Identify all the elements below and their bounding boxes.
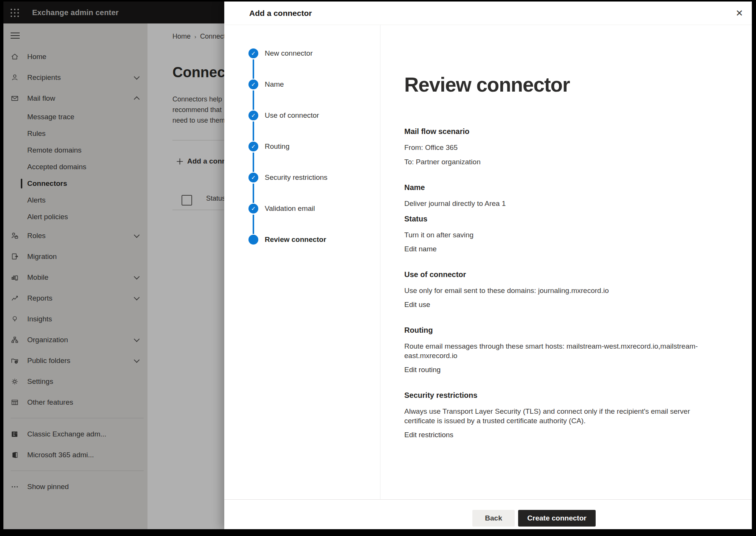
step-label: Security restrictions: [265, 173, 328, 182]
edit-use-link[interactable]: Edit use: [404, 300, 430, 309]
section-heading: Security restrictions: [404, 391, 725, 400]
review-heading: Review connector: [404, 73, 725, 97]
review-panel: Review connector Mail flow scenarioFrom:…: [380, 25, 752, 500]
step-done-check-icon: ✓: [248, 173, 258, 182]
create-connector-button[interactable]: Create connector: [518, 510, 596, 527]
review-section-routing: RoutingRoute email messages through thes…: [404, 326, 725, 374]
step-item-new-connector[interactable]: ✓New connector: [224, 38, 380, 69]
section-text: Always use Transport Layer Security (TLS…: [404, 407, 709, 425]
step-done-check-icon: ✓: [248, 111, 258, 120]
step-item-routing[interactable]: ✓Routing: [224, 131, 380, 162]
step-label: Routing: [265, 142, 290, 151]
section-heading: Name: [404, 183, 725, 192]
section-text: Deliver journal directly to Area 1: [404, 199, 709, 208]
section-heading: Use of connector: [404, 270, 725, 279]
dialog-header: Add a connector ✕: [224, 2, 752, 25]
step-done-check-icon: ✓: [248, 48, 258, 58]
review-section-mail-flow-scenario: Mail flow scenarioFrom: Office 365To: Pa…: [404, 127, 725, 167]
edit-name-link[interactable]: Edit name: [404, 245, 437, 254]
section-text: Use only for email sent to these domains…: [404, 286, 709, 295]
dialog-body: ✓New connector✓Name✓Use of connector✓Rou…: [224, 25, 752, 500]
step-label: Validation email: [265, 204, 315, 213]
step-item-use-of-connector[interactable]: ✓Use of connector: [224, 100, 380, 131]
step-item-name[interactable]: ✓Name: [224, 69, 380, 100]
step-label: Review connector: [265, 235, 326, 244]
step-label: Use of connector: [265, 111, 319, 120]
app-window: Home›Connectors Connectors Connectors he…: [3, 2, 752, 529]
wizard-steps-panel: ✓New connector✓Name✓Use of connector✓Rou…: [224, 25, 380, 500]
step-done-check-icon: ✓: [248, 79, 258, 89]
section-text: From: Office 365: [404, 143, 709, 152]
review-section-security-restrictions: Security restrictionsAlways use Transpor…: [404, 391, 725, 439]
step-done-check-icon: ✓: [248, 204, 258, 213]
step-label: New connector: [265, 49, 313, 58]
step-item-review-connector[interactable]: Review connector: [224, 224, 380, 255]
section-heading: Mail flow scenario: [404, 127, 725, 136]
section-heading: Status: [404, 214, 725, 224]
step-item-validation-email[interactable]: ✓Validation email: [224, 193, 380, 224]
step-label: Name: [265, 80, 284, 89]
step-done-check-icon: ✓: [248, 142, 258, 151]
wizard-steps: ✓New connector✓Name✓Use of connector✓Rou…: [224, 25, 380, 255]
step-item-security-restrictions[interactable]: ✓Security restrictions: [224, 162, 380, 193]
dialog-title: Add a connector: [249, 2, 312, 25]
step-current-icon: [248, 235, 258, 245]
close-button[interactable]: ✕: [733, 7, 746, 20]
section-text: To: Partner organization: [404, 157, 709, 167]
section-heading: Routing: [404, 326, 725, 335]
section-text: Route email messages through these smart…: [404, 341, 709, 360]
back-button[interactable]: Back: [472, 510, 515, 527]
review-section-name: NameDeliver journal directly to Area 1St…: [404, 183, 725, 254]
close-icon: ✕: [736, 8, 743, 18]
add-connector-dialog: Add a connector ✕ ✓New connector✓Name✓Us…: [224, 2, 752, 529]
review-section-use-of-connector: Use of connectorUse only for email sent …: [404, 270, 725, 309]
edit-restrictions-link[interactable]: Edit restrictions: [404, 430, 453, 439]
dialog-footer: Back Create connector: [224, 499, 752, 529]
edit-routing-link[interactable]: Edit routing: [404, 365, 441, 374]
section-text: Turn it on after saving: [404, 230, 709, 240]
review-sections: Mail flow scenarioFrom: Office 365To: Pa…: [404, 127, 725, 439]
